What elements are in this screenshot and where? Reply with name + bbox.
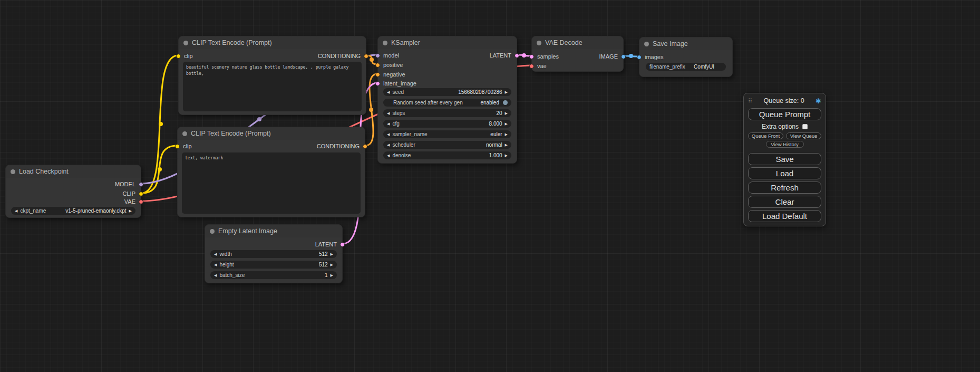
node-vae-decode[interactable]: VAE Decode samples IMAGE vae: [531, 36, 624, 72]
latent-port-dot-icon[interactable]: [340, 242, 345, 247]
node-title-bar[interactable]: Load Checkpoint: [6, 165, 141, 178]
output-port-image[interactable]: IMAGE: [599, 53, 626, 60]
conditioning-port-dot-icon[interactable]: [363, 144, 367, 149]
node-clip-text-encode-negative[interactable]: CLIP Text Encode (Prompt) clip CONDITION…: [177, 127, 365, 217]
decrement-arrow-icon[interactable]: ◀: [15, 209, 17, 213]
collapse-dot-icon[interactable]: [11, 169, 15, 174]
queue-front-button[interactable]: Queue Front: [748, 132, 783, 139]
model-port-dot-icon[interactable]: [375, 53, 380, 58]
denoise-widget[interactable]: ◀ denoise 1.000 ▶: [383, 151, 511, 159]
node-empty-latent-image[interactable]: Empty Latent Image LATENT ◀ width 512 ▶ …: [205, 224, 343, 283]
collapse-dot-icon[interactable]: [183, 41, 188, 45]
node-ksampler[interactable]: KSampler model LATENT positive negative …: [377, 36, 517, 164]
increment-arrow-icon[interactable]: ▶: [331, 263, 333, 266]
toggle-dot-icon[interactable]: [503, 100, 508, 105]
node-title-bar[interactable]: KSampler: [378, 36, 517, 49]
sampler-name-widget[interactable]: ◀ sampler_name euler ▶: [383, 130, 511, 138]
output-port-latent[interactable]: LATENT: [315, 241, 345, 248]
node-title-bar[interactable]: Save Image: [639, 37, 732, 50]
increment-arrow-icon[interactable]: ▶: [505, 122, 508, 126]
latent-port-dot-icon[interactable]: [515, 53, 519, 58]
input-port-samples[interactable]: samples: [529, 53, 559, 60]
input-port-clip[interactable]: clip: [176, 52, 193, 60]
increment-arrow-icon[interactable]: ▶: [505, 143, 508, 147]
view-queue-button[interactable]: View Queue: [786, 132, 821, 139]
clip-port-dot-icon[interactable]: [139, 192, 143, 196]
decrement-arrow-icon[interactable]: ◀: [387, 154, 390, 157]
increment-arrow-icon[interactable]: ▶: [331, 252, 333, 256]
output-port-latent[interactable]: LATENT: [490, 52, 519, 59]
output-port-conditioning[interactable]: CONDITIONING: [317, 142, 367, 150]
input-port-images[interactable]: images: [637, 53, 663, 61]
node-load-checkpoint[interactable]: Load Checkpoint MODEL CLIP VAE ◀ ckpt_na…: [5, 165, 141, 218]
vae-port-dot-icon[interactable]: [529, 64, 534, 69]
seed-widget[interactable]: ◀ seed 156680208700286 ▶: [383, 88, 511, 96]
save-button[interactable]: Save: [748, 153, 821, 165]
node-clip-text-encode-positive[interactable]: CLIP Text Encode (Prompt) clip CONDITION…: [178, 36, 366, 115]
load-default-button[interactable]: Load Default: [748, 210, 821, 222]
clip-port-dot-icon[interactable]: [176, 54, 181, 59]
extra-options-checkbox[interactable]: [802, 124, 808, 129]
increment-arrow-icon[interactable]: ▶: [331, 273, 333, 277]
collapse-dot-icon[interactable]: [210, 229, 215, 234]
collapse-dot-icon[interactable]: [383, 41, 387, 45]
node-title-bar[interactable]: CLIP Text Encode (Prompt): [178, 127, 365, 140]
steps-widget[interactable]: ◀ steps 20 ▶: [383, 109, 511, 117]
node-title-bar[interactable]: VAE Decode: [532, 36, 623, 49]
input-port-vae[interactable]: vae: [529, 62, 547, 70]
random-seed-toggle-widget[interactable]: Random seed after every gen enabled: [383, 99, 511, 107]
width-widget[interactable]: ◀ width 512 ▶: [210, 250, 337, 258]
cfg-widget[interactable]: ◀ cfg 8.000 ▶: [383, 120, 511, 128]
view-history-button[interactable]: View History: [766, 141, 804, 148]
vae-port-dot-icon[interactable]: [139, 199, 143, 204]
collapse-dot-icon[interactable]: [537, 41, 541, 45]
input-port-positive[interactable]: positive: [375, 61, 403, 69]
output-port-model[interactable]: MODEL: [115, 180, 143, 188]
node-canvas[interactable]: Load Checkpoint MODEL CLIP VAE ◀ ckpt_na…: [0, 0, 980, 372]
model-port-dot-icon[interactable]: [139, 182, 143, 187]
node-save-image[interactable]: Save Image images filename_prefix ComfyU…: [639, 37, 733, 77]
decrement-arrow-icon[interactable]: ◀: [214, 273, 217, 277]
input-port-clip[interactable]: clip: [175, 142, 192, 150]
node-title-bar[interactable]: Empty Latent Image: [205, 225, 342, 237]
input-port-negative[interactable]: negative: [375, 71, 405, 78]
output-port-conditioning[interactable]: CONDITIONING: [318, 52, 368, 60]
load-button[interactable]: Load: [748, 167, 821, 179]
conditioning-port-dot-icon[interactable]: [364, 54, 368, 59]
negative-prompt-text-input[interactable]: text, watermark: [182, 152, 361, 214]
increment-arrow-icon[interactable]: ▶: [505, 90, 508, 94]
decrement-arrow-icon[interactable]: ◀: [214, 263, 217, 266]
settings-gear-icon[interactable]: ✱: [816, 97, 821, 105]
output-port-clip[interactable]: CLIP: [123, 190, 143, 197]
image-port-dot-icon[interactable]: [621, 54, 626, 59]
queue-prompt-button[interactable]: Queue Prompt: [748, 108, 821, 120]
increment-arrow-icon[interactable]: ▶: [505, 154, 508, 157]
node-title-bar[interactable]: CLIP Text Encode (Prompt): [179, 36, 366, 49]
image-port-dot-icon[interactable]: [637, 55, 642, 60]
conditioning-port-dot-icon[interactable]: [375, 63, 380, 68]
conditioning-port-dot-icon[interactable]: [375, 72, 380, 77]
refresh-button[interactable]: Refresh: [748, 182, 821, 194]
decrement-arrow-icon[interactable]: ◀: [387, 122, 390, 126]
collapse-dot-icon[interactable]: [182, 131, 187, 136]
decrement-arrow-icon[interactable]: ◀: [387, 90, 390, 94]
positive-prompt-text-input[interactable]: beautiful scenery nature glass bottle la…: [183, 62, 362, 111]
input-port-latent-image[interactable]: latent_image: [375, 80, 416, 87]
clear-button[interactable]: Clear: [748, 196, 821, 208]
input-port-model[interactable]: model: [375, 52, 399, 59]
collapse-dot-icon[interactable]: [644, 42, 649, 46]
latent-port-dot-icon[interactable]: [375, 81, 380, 86]
increment-arrow-icon[interactable]: ▶: [129, 209, 132, 213]
decrement-arrow-icon[interactable]: ◀: [387, 111, 390, 115]
batch-size-widget[interactable]: ◀ batch_size 1 ▶: [210, 271, 337, 279]
increment-arrow-icon[interactable]: ▶: [505, 111, 508, 115]
ckpt-name-widget[interactable]: ◀ ckpt_name v1-5-pruned-emaonly.ckpt ▶: [11, 207, 135, 215]
height-widget[interactable]: ◀ height 512 ▶: [210, 261, 337, 269]
filename-prefix-widget[interactable]: filename_prefix ComfyUI: [646, 63, 726, 71]
drag-handle-icon[interactable]: ⠿: [748, 98, 752, 104]
scheduler-widget[interactable]: ◀ scheduler normal ▶: [383, 141, 511, 149]
decrement-arrow-icon[interactable]: ◀: [214, 252, 217, 256]
increment-arrow-icon[interactable]: ▶: [505, 132, 508, 136]
clip-port-dot-icon[interactable]: [175, 144, 180, 149]
latent-port-dot-icon[interactable]: [529, 54, 534, 59]
